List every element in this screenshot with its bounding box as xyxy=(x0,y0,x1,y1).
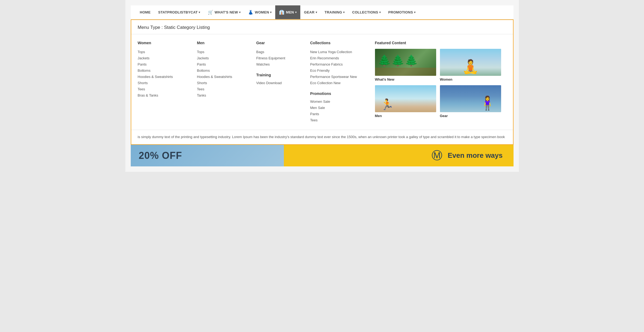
bottom-banners: 20% OFF Ⓜ Even more ways xyxy=(131,145,514,166)
magento-icon: Ⓜ xyxy=(432,148,442,163)
menu-column-featured: Featured Content What's New Women xyxy=(375,41,507,123)
banner-blue: 20% OFF xyxy=(131,145,284,166)
featured-item-men[interactable]: Men xyxy=(375,85,436,118)
mega-menu-content: Women Tops Jackets Pants Bottoms Hoodies… xyxy=(131,34,513,130)
nav-label-men: MEN xyxy=(286,10,294,14)
link-gear-fitness[interactable]: Fitness Equipment xyxy=(256,55,305,61)
panel-footer-text: is simply dummy text of the printing and… xyxy=(131,130,513,144)
link-men-jackets[interactable]: Jackets xyxy=(197,55,251,61)
link-men-shorts[interactable]: Shorts xyxy=(197,80,251,86)
link-women-tops[interactable]: Tops xyxy=(138,49,192,55)
men-icon: 👔 xyxy=(279,10,284,15)
featured-image-women xyxy=(440,49,501,76)
nav-label-home: HOME xyxy=(140,10,151,14)
link-promo-pants[interactable]: Pants xyxy=(310,111,370,117)
link-col-fabrics[interactable]: Performance Fabrics xyxy=(310,61,370,67)
link-training-video[interactable]: Video Download xyxy=(256,80,305,86)
link-col-erin[interactable]: Erin Recommends xyxy=(310,55,370,61)
link-women-tees[interactable]: Tees xyxy=(138,86,192,92)
menu-column-collections-promotions: Collections New Luma Yoga Collection Eri… xyxy=(310,41,375,123)
featured-label-whats-new: What's New xyxy=(375,77,436,81)
link-women-shorts[interactable]: Shorts xyxy=(138,80,192,86)
featured-title: Featured Content xyxy=(375,41,501,45)
nav-label-whats-new: WHAT'S NEW xyxy=(215,10,238,14)
link-col-eco-new[interactable]: Eco Collection New xyxy=(310,80,370,86)
link-men-pants[interactable]: Pants xyxy=(197,61,251,67)
training-section-title: Training xyxy=(256,73,305,77)
nav-label-women: WOMEN xyxy=(255,10,269,14)
chevron-down-icon: ▾ xyxy=(270,11,271,14)
featured-label-men: Men xyxy=(375,114,436,118)
nav-label-statprod: STATPRODLISTBYCAT xyxy=(158,10,198,14)
link-women-bras[interactable]: Bras & Tanks xyxy=(138,92,192,98)
link-men-hoodies[interactable]: Hoodies & Sweatshirts xyxy=(197,74,251,80)
link-col-yoga[interactable]: New Luma Yoga Collection xyxy=(310,49,370,55)
banner-yellow: Ⓜ Even more ways xyxy=(284,145,514,166)
nav-item-women[interactable]: 👗 WOMEN ▾ xyxy=(244,5,275,19)
link-men-tops[interactable]: Tops xyxy=(197,49,251,55)
cart-icon: 🛒 xyxy=(208,10,213,15)
men-column-title: Men xyxy=(197,41,251,45)
main-panel: Menu Type : Static Category Listing Wome… xyxy=(131,19,514,145)
chevron-down-icon: ▾ xyxy=(199,11,200,14)
link-women-bottoms[interactable]: Bottoms xyxy=(138,67,192,74)
link-col-sportswear[interactable]: Performance Sportswear New xyxy=(310,74,370,80)
nav-label-collections: COLLECTIONS xyxy=(352,10,378,14)
nav-item-promotions[interactable]: PROMOTIONS ▾ xyxy=(384,5,419,19)
link-men-tanks[interactable]: Tanks xyxy=(197,92,251,98)
nav-label-promotions: PROMOTIONS xyxy=(388,10,413,14)
nav-label-training: TRAINING xyxy=(325,10,342,14)
link-women-jackets[interactable]: Jackets xyxy=(138,55,192,61)
banner-yellow-text: Even more ways xyxy=(448,151,503,160)
featured-image-men xyxy=(375,85,436,112)
nav-item-men[interactable]: 👔 MEN ▾ xyxy=(275,5,300,19)
nav-item-collections[interactable]: COLLECTIONS ▾ xyxy=(348,5,384,19)
chevron-down-icon: ▾ xyxy=(379,11,381,14)
featured-image-whats-new xyxy=(375,49,436,76)
featured-label-gear: Gear xyxy=(440,114,501,118)
promotions-section-title: Promotions xyxy=(310,91,370,96)
link-women-pants[interactable]: Pants xyxy=(138,61,192,67)
panel-title: Menu Type : Static Category Listing xyxy=(131,20,513,34)
featured-item-whats-new[interactable]: What's New xyxy=(375,49,436,81)
chevron-down-icon: ▾ xyxy=(343,11,345,14)
link-promo-tees[interactable]: Tees xyxy=(310,117,370,123)
featured-label-women: Women xyxy=(440,77,501,81)
nav-item-home[interactable]: HOME xyxy=(136,5,154,19)
menu-column-gear-training: Gear Bags Fitness Equipment Watches Trai… xyxy=(256,41,310,123)
chevron-down-icon: ▾ xyxy=(414,11,415,14)
link-col-eco[interactable]: Eco Friendly xyxy=(310,67,370,74)
link-gear-watches[interactable]: Watches xyxy=(256,61,305,67)
banner-blue-text: 20% OFF xyxy=(139,150,182,161)
link-promo-women-sale[interactable]: Women Sale xyxy=(310,98,370,105)
nav-label-gear: GEAR xyxy=(304,10,315,14)
featured-item-gear[interactable]: Gear xyxy=(440,85,501,118)
gear-column-title: Gear xyxy=(256,41,305,45)
link-men-tees[interactable]: Tees xyxy=(197,86,251,92)
chevron-down-icon: ▾ xyxy=(316,11,317,14)
collections-column-title: Collections xyxy=(310,41,370,45)
nav-item-gear[interactable]: GEAR ▾ xyxy=(300,5,321,19)
featured-item-women[interactable]: Women xyxy=(440,49,501,81)
link-promo-men-sale[interactable]: Men Sale xyxy=(310,105,370,111)
women-column-title: Women xyxy=(138,41,192,45)
nav-item-whats-new[interactable]: 🛒 WHAT'S NEW ▾ xyxy=(204,5,244,19)
featured-image-gear xyxy=(440,85,501,112)
nav-item-training[interactable]: TRAINING ▾ xyxy=(321,5,349,19)
chevron-down-icon: ▾ xyxy=(295,11,297,14)
featured-grid: What's New Women Men Ge xyxy=(375,49,501,118)
page-wrapper: HOME STATPRODLISTBYCAT ▾ 🛒 WHAT'S NEW ▾ … xyxy=(125,0,519,172)
menu-column-men: Men Tops Jackets Pants Bottoms Hoodies &… xyxy=(197,41,256,123)
women-icon: 👗 xyxy=(248,10,253,15)
menu-column-women: Women Tops Jackets Pants Bottoms Hoodies… xyxy=(138,41,197,123)
nav-item-statprod[interactable]: STATPRODLISTBYCAT ▾ xyxy=(154,5,204,19)
nav-bar: HOME STATPRODLISTBYCAT ▾ 🛒 WHAT'S NEW ▾ … xyxy=(131,5,514,19)
link-women-hoodies[interactable]: Hoodies & Sweatshirts xyxy=(138,74,192,80)
chevron-down-icon: ▾ xyxy=(239,11,240,14)
link-men-bottoms[interactable]: Bottoms xyxy=(197,67,251,74)
link-gear-bags[interactable]: Bags xyxy=(256,49,305,55)
